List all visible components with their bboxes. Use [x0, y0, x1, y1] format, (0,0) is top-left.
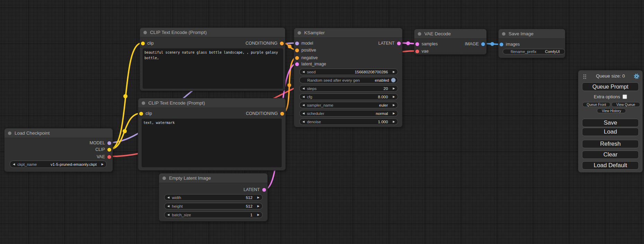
prev-value-icon[interactable]: ◀	[13, 163, 15, 166]
node-titlebar[interactable]: Save Image	[499, 29, 565, 39]
gear-icon[interactable]	[634, 73, 639, 79]
output-slot-latent: LATENT	[378, 41, 401, 45]
extra-options-checkbox[interactable]	[623, 94, 627, 99]
widget-label: denoise	[307, 120, 321, 124]
collapse-dot-icon[interactable]	[502, 32, 505, 36]
latent-port-icon[interactable]	[262, 188, 266, 192]
node-title: CLIP Text Encode (Prompt)	[150, 30, 207, 35]
negative-prompt-textarea[interactable]: text, watermark	[142, 119, 282, 167]
queue-menu-panel: Queue size: 0 Queue Prompt Extra options…	[578, 70, 643, 172]
input-slot-clip: clip	[139, 111, 152, 116]
increment-icon[interactable]: ▶	[393, 96, 395, 98]
decrement-icon[interactable]: ◀	[167, 196, 169, 199]
model-port-icon[interactable]	[295, 42, 299, 45]
vae-port-icon[interactable]	[107, 155, 111, 159]
collapse-dot-icon[interactable]	[8, 132, 11, 135]
output-slot-image: IMAGE	[465, 42, 485, 46]
queue-prompt-button[interactable]: Queue Prompt	[582, 82, 639, 91]
ckpt-name-widget[interactable]: ◀ ckpt_name v1-5-pruned-emaonly.ckpt ▶	[10, 161, 107, 168]
batch-size-widget[interactable]: ◀ batch_size 1 ▶	[164, 211, 263, 218]
sampler-name-widget[interactable]: ◀ sampler_name euler ▶	[299, 102, 398, 108]
collapse-dot-icon[interactable]	[162, 177, 166, 180]
latent-port-icon[interactable]	[397, 42, 401, 45]
node-title: Empty Latent Image	[169, 175, 211, 181]
increment-icon[interactable]: ▶	[393, 87, 395, 90]
node-titlebar[interactable]: Empty Latent Image	[159, 173, 267, 183]
slot-label: negative	[301, 55, 318, 60]
image-port-icon[interactable]	[481, 42, 485, 46]
load-default-button[interactable]: Load Default	[582, 161, 639, 170]
next-value-icon[interactable]: ▶	[102, 163, 104, 166]
increment-icon[interactable]: ▶	[257, 214, 259, 216]
node-graph-canvas[interactable]: Load Checkpoint MODEL CLIP VAE ◀ ckpt_na…	[0, 0, 644, 244]
conditioning-port-icon[interactable]	[280, 42, 284, 45]
node-title: VAE Decode	[424, 31, 451, 36]
collapse-dot-icon[interactable]	[418, 32, 421, 36]
conditioning-port-icon[interactable]	[280, 112, 284, 116]
view-queue-button[interactable]: View Queue	[611, 102, 640, 107]
decrement-icon[interactable]: ◀	[167, 214, 169, 216]
conditioning-port-icon[interactable]	[295, 56, 299, 60]
image-port-icon[interactable]	[500, 43, 503, 46]
clip-port-icon[interactable]	[141, 42, 145, 45]
slot-label: IMAGE	[465, 42, 479, 46]
collapse-dot-icon[interactable]	[298, 31, 301, 35]
next-value-icon[interactable]: ▶	[393, 104, 395, 107]
slot-label: samples	[422, 42, 438, 46]
vae-port-icon[interactable]	[415, 49, 419, 53]
toggle-on-icon[interactable]	[391, 78, 396, 82]
decrement-icon[interactable]: ◀	[302, 120, 305, 123]
scheduler-widget[interactable]: ◀ scheduler normal ▶	[299, 110, 398, 117]
extra-options-row: Extra options	[578, 94, 643, 99]
prev-value-icon[interactable]: ◀	[302, 112, 305, 115]
node-titlebar[interactable]: VAE Decode	[414, 29, 486, 39]
collapse-dot-icon[interactable]	[143, 31, 147, 34]
clear-button[interactable]: Clear	[582, 151, 639, 159]
decrement-icon[interactable]: ◀	[302, 96, 305, 98]
height-widget[interactable]: ◀ height 512 ▶	[164, 203, 263, 209]
slot-label: VAE	[97, 154, 105, 159]
save-button[interactable]: Save	[582, 119, 639, 127]
increment-icon[interactable]: ▶	[393, 120, 395, 123]
next-value-icon[interactable]: ▶	[393, 112, 395, 115]
filename-prefix-widget[interactable]: filename_prefix ComfyUI	[503, 49, 565, 54]
prev-value-icon[interactable]: ◀	[302, 104, 305, 107]
node-title: KSampler	[304, 30, 325, 35]
load-button[interactable]: Load	[582, 128, 639, 136]
latent-port-icon[interactable]	[415, 42, 419, 46]
slot-label: LATENT	[244, 187, 260, 192]
decrement-icon[interactable]: ◀	[302, 71, 305, 73]
refresh-button[interactable]: Refresh	[582, 140, 639, 148]
denoise-widget[interactable]: ◀ denoise 1.000 ▶	[299, 118, 398, 125]
positive-prompt-textarea[interactable]: beautiful scenery nature glass bottle la…	[143, 48, 283, 89]
clip-port-icon[interactable]	[139, 112, 143, 116]
widget-label: steps	[307, 87, 317, 91]
link-midpoint-dot	[406, 42, 410, 45]
node-titlebar[interactable]: KSampler	[294, 28, 402, 38]
conditioning-port-icon[interactable]	[295, 48, 299, 52]
output-slot-latent: LATENT	[244, 188, 266, 192]
latent-port-icon[interactable]	[295, 62, 299, 66]
model-port-icon[interactable]	[107, 141, 111, 145]
cfg-widget[interactable]: ◀ cfg 8.000 ▶	[299, 93, 398, 100]
collapse-dot-icon[interactable]	[142, 101, 145, 105]
node-title: CLIP Text Encode (Prompt)	[148, 100, 205, 106]
node-titlebar[interactable]: CLIP Text Encode (Prompt)	[138, 98, 285, 108]
increment-icon[interactable]: ▶	[257, 205, 259, 208]
increment-icon[interactable]: ▶	[257, 196, 259, 199]
widget-value: 1	[250, 213, 252, 217]
node-titlebar[interactable]: Load Checkpoint	[5, 128, 113, 138]
widget-value: ComfyUI	[545, 49, 560, 54]
input-slot-samples: samples	[415, 42, 438, 46]
view-history-button[interactable]: View History	[597, 108, 626, 113]
queue-front-button[interactable]: Queue Front	[582, 102, 610, 107]
random-seed-toggle-widget[interactable]: Random seed after every gen enabled	[299, 77, 398, 83]
clip-port-icon[interactable]	[107, 148, 111, 152]
seed-widget[interactable]: ◀ seed 156680208700286 ▶	[299, 69, 398, 75]
decrement-icon[interactable]: ◀	[167, 205, 169, 208]
width-widget[interactable]: ◀ width 512 ▶	[164, 194, 263, 201]
increment-icon[interactable]: ▶	[393, 71, 395, 73]
decrement-icon[interactable]: ◀	[302, 87, 305, 90]
node-titlebar[interactable]: CLIP Text Encode (Prompt)	[140, 28, 285, 37]
steps-widget[interactable]: ◀ steps 20 ▶	[299, 85, 398, 92]
